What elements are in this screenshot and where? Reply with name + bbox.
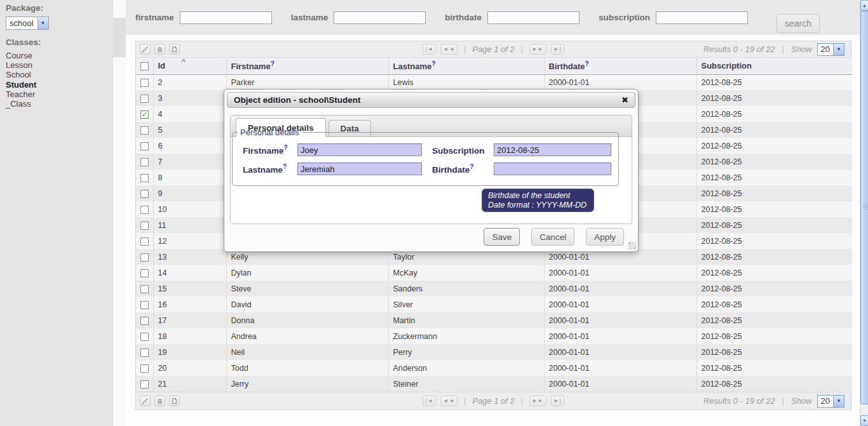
row-checkbox[interactable]: [140, 206, 149, 214]
row-checkbox[interactable]: [140, 253, 149, 262]
column-header-id[interactable]: Id ^: [153, 58, 226, 74]
cell-lastname: Zuckermann: [388, 328, 544, 344]
column-header-subscription[interactable]: Subscription: [696, 58, 852, 74]
dialog-title-bar[interactable]: Object edition - school\Student ✖: [227, 92, 635, 108]
row-checkbox[interactable]: [140, 237, 149, 246]
column-header-lastname[interactable]: Lastname?: [388, 58, 544, 74]
dialog-subscription-input[interactable]: [494, 143, 611, 156]
column-header-birthdate[interactable]: Birthdate?: [544, 58, 696, 74]
row-checkbox[interactable]: [140, 142, 149, 150]
next-page-button[interactable]: ►►: [529, 396, 546, 406]
row-checkbox[interactable]: [140, 95, 149, 103]
row-checkbox[interactable]: [140, 285, 149, 293]
sidebar-item-course[interactable]: Course: [6, 51, 32, 60]
delete-button[interactable]: [154, 396, 165, 406]
chevron-down-icon[interactable]: ▼: [833, 396, 844, 407]
next-page-button[interactable]: ►►: [529, 44, 546, 55]
table-row[interactable]: 21 Jerry Steiner 2000-01-01 2012-08-25: [136, 376, 852, 392]
row-checkbox[interactable]: [140, 317, 149, 325]
dialog-firstname-input[interactable]: [297, 143, 422, 156]
dialog-lastname-input[interactable]: [297, 163, 422, 175]
table-row[interactable]: 14 Dylan McKay 2000-01-01 2012-08-25: [136, 265, 852, 281]
delete-button[interactable]: [154, 44, 165, 55]
row-checkbox[interactable]: [140, 349, 149, 357]
sidebar-item-school[interactable]: School: [6, 70, 31, 79]
sidebar-item-teacher[interactable]: Teacher: [6, 90, 35, 99]
close-icon[interactable]: ✖: [621, 95, 628, 105]
sidebar-toggler[interactable]: [113, 18, 126, 57]
cell-id: 19: [153, 344, 226, 360]
table-row[interactable]: 18 Andrea Zuckermann 2000-01-01 2012-08-…: [136, 328, 852, 344]
cell-subscription: 2012-08-25: [696, 360, 852, 376]
column-header-firstname[interactable]: Firstname?: [226, 58, 388, 74]
lastname-search-input[interactable]: [334, 11, 426, 24]
help-icon: ?: [470, 163, 473, 170]
apply-button[interactable]: Apply: [586, 228, 624, 246]
scrollbar-thumb[interactable]: [860, 11, 868, 404]
dialog-birthdate-input[interactable]: [494, 163, 611, 175]
birthdate-search-input[interactable]: [487, 11, 580, 24]
select-all-checkbox[interactable]: [140, 62, 149, 70]
sidebar-item-lesson[interactable]: Lesson: [6, 60, 32, 70]
scroll-down-icon[interactable]: ▼: [860, 415, 868, 426]
table-row[interactable]: 15 Steve Sanders 2000-01-01 2012-08-25: [136, 281, 852, 296]
first-page-button[interactable]: |◄: [423, 396, 436, 406]
package-select[interactable]: school ▼: [6, 17, 49, 30]
page-size-select[interactable]: 20 ▼: [817, 395, 844, 408]
row-checkbox[interactable]: [140, 301, 149, 309]
table-row[interactable]: 17 Donna Martin 2000-01-01 2012-08-25: [136, 312, 852, 328]
new-record-button[interactable]: [169, 396, 180, 406]
table-row[interactable]: 2 Parker Lewis 2000-01-01 2012-08-25: [136, 74, 852, 90]
search-button[interactable]: search: [776, 14, 820, 33]
cancel-button[interactable]: Cancel: [531, 228, 574, 246]
help-icon: ?: [271, 60, 275, 67]
sidebar-resizer[interactable]: [113, 0, 126, 426]
row-checkbox[interactable]: [140, 126, 149, 135]
new-document-icon: [171, 46, 178, 53]
table-row[interactable]: 20 Todd Anderson 2000-01-01 2012-08-25: [136, 360, 852, 376]
subscription-field-label: Subscription: [422, 144, 494, 156]
last-page-button[interactable]: ►|: [551, 396, 564, 406]
row-checkbox[interactable]: [140, 269, 149, 277]
row-checkbox[interactable]: [140, 158, 149, 166]
prev-page-button[interactable]: ◄◄: [440, 396, 458, 406]
cell-id: 11: [153, 217, 226, 233]
prev-page-button[interactable]: ◄◄: [440, 44, 458, 55]
firstname-search-input[interactable]: [180, 11, 272, 24]
help-icon: ?: [585, 60, 589, 67]
vertical-scrollbar[interactable]: ▲ ▼: [860, 0, 868, 426]
row-checkbox[interactable]: [140, 364, 149, 373]
help-icon: ?: [283, 163, 287, 170]
cell-id: 7: [153, 154, 226, 170]
scroll-up-icon[interactable]: ▲: [860, 0, 868, 11]
subscription-search-label: subscription: [599, 13, 650, 22]
table-row[interactable]: 19 Neil Perry 2000-01-01 2012-08-25: [136, 344, 852, 360]
chevron-down-icon[interactable]: ▼: [833, 44, 844, 55]
lastname-field-label: Lastname?: [243, 163, 297, 175]
page-size-select[interactable]: 20 ▼: [817, 43, 844, 56]
edit-button[interactable]: [140, 396, 151, 406]
sidebar-item-class[interactable]: _Class: [6, 99, 31, 109]
results-count: Results 0 - 19 of 22: [703, 396, 775, 406]
row-checkbox[interactable]: [140, 79, 149, 87]
row-checkbox[interactable]: [140, 222, 149, 230]
cell-subscription: 2012-08-25: [696, 154, 852, 170]
cell-lastname: Perry: [388, 344, 544, 360]
new-record-button[interactable]: [169, 44, 180, 55]
row-checkbox[interactable]: [140, 380, 149, 389]
save-button[interactable]: Save: [484, 228, 520, 246]
subscription-search-input[interactable]: [656, 11, 748, 24]
cell-firstname: Donna: [226, 312, 388, 328]
table-row[interactable]: 16 David Silver 2000-01-01 2012-08-25: [136, 296, 852, 312]
chevron-down-icon[interactable]: ▼: [37, 17, 48, 29]
last-page-button[interactable]: ►|: [551, 44, 564, 55]
check-icon: ✓: [142, 110, 147, 118]
resize-handle[interactable]: [628, 242, 636, 250]
row-checkbox[interactable]: [140, 174, 149, 182]
row-checkbox[interactable]: [140, 190, 149, 198]
row-checkbox[interactable]: [140, 333, 149, 341]
row-checkbox[interactable]: ✓: [140, 110, 149, 119]
sidebar-item-student[interactable]: Student: [6, 80, 36, 90]
first-page-button[interactable]: |◄: [423, 44, 436, 55]
edit-button[interactable]: [140, 44, 151, 55]
